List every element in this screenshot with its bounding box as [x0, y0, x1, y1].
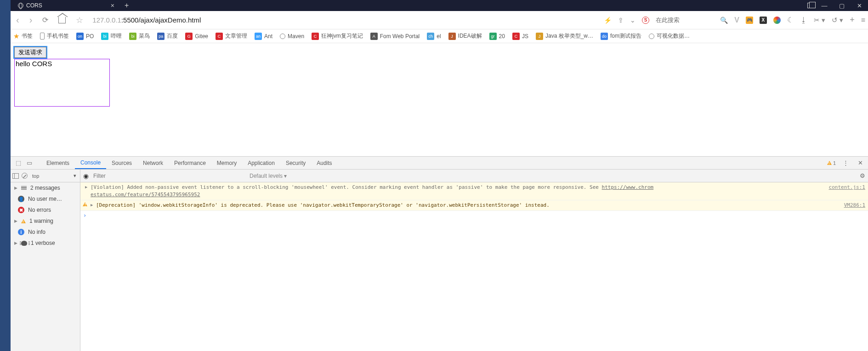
favorite-icon[interactable]: ☆ — [73, 15, 86, 25]
plus-icon[interactable]: + — [850, 15, 855, 25]
scissors-icon[interactable]: ✂ ▾ — [814, 16, 825, 24]
console-filter-row[interactable]: 👤No user me… — [11, 193, 80, 204]
toggle-sidebar-icon[interactable] — [12, 173, 19, 179]
bookmark-item[interactable]: Maven — [280, 33, 304, 40]
devtools-tab-sources[interactable]: Sources — [106, 157, 137, 169]
sogou-icon[interactable]: S — [642, 17, 649, 24]
undo-icon[interactable]: ↺ ▾ — [832, 16, 843, 24]
device-icon[interactable]: ▭ — [24, 159, 34, 166]
expand-icon[interactable]: ▶ — [85, 184, 87, 190]
url-input[interactable]: 127.0.0.1:5500/ajax/ajaxDemo.html — [91, 14, 599, 27]
live-expression-icon[interactable]: ◉ — [83, 172, 89, 180]
bookmark-item[interactable]: anAnt — [255, 33, 272, 40]
browser-tab-active[interactable]: CORS × — [13, 0, 119, 11]
devtools-tab-application[interactable]: Application — [242, 157, 280, 169]
log-link[interactable]: estatus.com/feature/5745543795965952 — [91, 192, 200, 198]
console-filter-row[interactable]: ▶1 warning — [11, 215, 80, 226]
user-icon: 👤 — [18, 196, 24, 202]
bookmark-item[interactable]: C狂神jvm复习笔记 — [312, 32, 363, 40]
menu-icon[interactable]: ≡ — [861, 16, 865, 24]
console-filter-input[interactable] — [93, 173, 245, 179]
bookmarks-bar: ★书签手机书签onPObi哔哩bi菜鸟pa百度GGiteeC文章管理anAntM… — [11, 29, 868, 43]
clear-console-icon[interactable] — [22, 173, 28, 179]
bookmark-icon: C — [216, 33, 223, 40]
new-tab-button[interactable]: + — [121, 1, 132, 10]
bookmark-item[interactable]: JJava 枚举类型_w… — [536, 32, 593, 40]
expand-icon[interactable]: ▶ — [91, 202, 93, 208]
moon-icon[interactable]: ☾ — [787, 16, 794, 24]
minimize-button[interactable]: — — [818, 2, 830, 9]
back-button[interactable]: ‹ — [13, 15, 22, 25]
gear-icon[interactable]: ⚙ — [860, 172, 865, 179]
console-filter-row[interactable]: ✖No errors — [11, 204, 80, 215]
home-button[interactable] — [58, 17, 66, 23]
chevron-down-icon[interactable]: ⌄ — [630, 17, 635, 24]
bookmark-item[interactable]: CJS — [512, 33, 528, 40]
log-link[interactable]: https://www.chrom — [602, 184, 654, 190]
bookmark-label: IDEA破解 — [458, 32, 482, 40]
bookmark-item[interactable]: C文章管理 — [216, 32, 247, 40]
log-source-link[interactable]: content.js:1 — [820, 184, 865, 198]
download-icon[interactable]: ⭳ — [800, 16, 807, 24]
devtools-tab-performance[interactable]: Performance — [169, 157, 211, 169]
log-source-link[interactable]: VM286:1 — [835, 202, 865, 209]
bookmark-item[interactable]: dofom测试报告 — [601, 32, 641, 40]
flash-icon[interactable]: ⚡ — [604, 17, 612, 24]
fullscreen-icon[interactable] — [807, 3, 813, 8]
bookmark-item[interactable]: pa百度 — [157, 32, 178, 40]
console-log-row[interactable]: ▶[Deprecation] 'window.webkitStorageInfo… — [80, 200, 868, 211]
close-icon[interactable]: × — [111, 2, 114, 9]
bookmark-label: Gitee — [195, 33, 208, 40]
v-icon[interactable]: V — [734, 16, 739, 24]
bookmark-item[interactable]: GGitee — [185, 33, 208, 40]
bookmark-item[interactable]: gr20 — [489, 33, 505, 40]
bookmark-item[interactable]: bi菜鸟 — [129, 32, 150, 40]
log-levels-select[interactable]: Default levels ▾ — [250, 173, 287, 179]
bookmark-item[interactable]: JIDEA破解 — [448, 32, 482, 40]
search-icon[interactable]: 🔍 — [720, 17, 728, 24]
bookmark-item[interactable]: 可视化数据… — [649, 32, 690, 40]
colorwheel-icon[interactable] — [773, 17, 781, 24]
bookmark-icon: bi — [129, 33, 136, 40]
context-select[interactable]: top▾ — [30, 173, 78, 179]
devtools-tab-audits[interactable]: Audits — [311, 157, 337, 169]
inspect-icon[interactable]: ⬚ — [13, 159, 23, 166]
bookmark-item[interactable]: chel — [427, 33, 441, 40]
forward-button[interactable]: › — [27, 15, 35, 25]
bookmark-icon: do — [601, 33, 608, 40]
bookmark-item[interactable]: bi哔哩 — [101, 32, 122, 40]
maximize-button[interactable]: ▢ — [836, 2, 848, 9]
devtools-tab-security[interactable]: Security — [280, 157, 311, 169]
devtools-close-icon[interactable]: ✕ — [856, 159, 865, 166]
warn-icon — [21, 219, 26, 223]
console-log-row[interactable]: ▶[Violation] Added non-passive event lis… — [80, 182, 868, 200]
console-filter-row[interactable]: ▶1 verbose — [11, 238, 80, 249]
os-sidebar — [0, 0, 11, 351]
console-filter-row[interactable]: iNo info — [11, 226, 80, 238]
game-icon[interactable]: 🎮 — [746, 17, 753, 24]
console-prompt[interactable]: › — [80, 211, 868, 220]
reload-button[interactable]: ⟳ — [40, 16, 51, 24]
send-request-button[interactable]: 发送请求 — [14, 47, 46, 58]
share-icon[interactable]: ⇪ — [618, 17, 624, 24]
bookmark-item[interactable]: AFom Web Portal — [370, 33, 420, 40]
devtools-tab-elements[interactable]: Elements — [41, 157, 75, 169]
bookmark-item[interactable]: ★书签 — [13, 32, 33, 40]
url-path: :5500/ajax/ajaxDemo.html — [121, 16, 201, 24]
x-icon[interactable]: X — [760, 17, 767, 24]
bookmark-label: 可视化数据… — [657, 32, 690, 40]
search-placeholder[interactable]: 在此搜索 — [656, 16, 680, 24]
bookmark-item[interactable]: onPO — [76, 33, 94, 40]
bookmark-label: el — [437, 33, 441, 40]
devtools-tab-memory[interactable]: Memory — [211, 157, 242, 169]
warnings-badge[interactable]: 1 — [827, 160, 836, 166]
console-filter-row[interactable]: ▶2 messages — [11, 182, 80, 193]
close-window-button[interactable]: ✕ — [853, 2, 865, 9]
bookmark-item[interactable]: 手机书签 — [40, 32, 69, 40]
devtools-tab-console[interactable]: Console — [75, 157, 106, 169]
warning-icon — [83, 202, 87, 206]
kebab-icon[interactable]: ⋮ — [840, 159, 851, 166]
bookmark-label: Maven — [288, 33, 304, 40]
devtools-tab-network[interactable]: Network — [137, 157, 169, 169]
bookmark-label: JS — [522, 33, 528, 40]
